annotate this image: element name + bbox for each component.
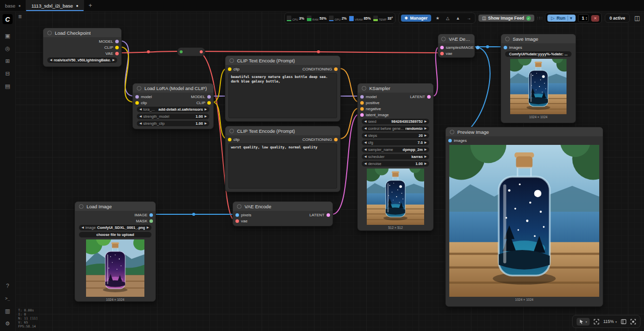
- node-canvas[interactable]: Load Checkpoint MODEL CLIP VAE ◀ realvis…: [0, 0, 644, 331]
- focus-node-icon[interactable]: [630, 319, 636, 324]
- tool-chevron-icon[interactable]: ▾: [586, 320, 587, 323]
- collapse-icon[interactable]: [137, 86, 141, 91]
- batch-count-input[interactable]: 1 ▴ ▾: [578, 14, 589, 22]
- scheduler-widget[interactable]: ◀ scheduler karras ▶: [362, 154, 429, 159]
- input-negative[interactable]: negative: [360, 107, 381, 111]
- choose-file-button[interactable]: choose file to upload: [79, 232, 151, 237]
- output-conditioning[interactable]: CONDITIONING: [302, 137, 338, 142]
- prompt-textarea[interactable]: worst quality, low quality, normal quali…: [228, 143, 337, 189]
- output-conditioning[interactable]: CONDITIONING: [302, 67, 338, 71]
- node-header[interactable]: Preview Image: [446, 127, 603, 136]
- prompt-textarea[interactable]: beautiful scenery nature glass bottle de…: [228, 73, 337, 118]
- seed-widget[interactable]: ◀ seed 984264301589752 ▶: [362, 119, 429, 124]
- model-port[interactable]: [115, 40, 119, 43]
- strength-model-widget[interactable]: ◀ strength_model 1.00 ▶: [137, 114, 209, 119]
- workflows-icon[interactable]: ▣: [3, 32, 12, 39]
- output-latent[interactable]: LATENT: [309, 213, 330, 217]
- help-icon[interactable]: ?: [3, 282, 12, 289]
- reroute-node[interactable]: [177, 47, 205, 56]
- share-arrow-icon[interactable]: →: [464, 15, 473, 21]
- node-clip-text-encode-positive[interactable]: CLIP Text Encode (Prompt) clip CONDITION…: [225, 55, 341, 122]
- output-clip[interactable]: CLIP: [104, 45, 119, 50]
- image-file-combo[interactable]: ◀ image ComfyUI_SDXL_0001_.png ▶: [79, 225, 151, 230]
- collapse-icon[interactable]: [229, 58, 234, 63]
- input-samples[interactable]: samples: [440, 45, 461, 50]
- tab-base[interactable]: base ●: [0, 0, 26, 11]
- comfyui-logo[interactable]: C: [3, 14, 13, 24]
- vae-port[interactable]: [115, 52, 119, 55]
- input-pixels[interactable]: pixels: [235, 213, 251, 217]
- show-image-feed-button[interactable]: ◫ Show Image Feed ✓: [478, 15, 534, 22]
- pin-icon[interactable]: △: [444, 15, 452, 21]
- input-vae[interactable]: vae: [440, 51, 452, 56]
- collapse-icon[interactable]: [450, 130, 454, 134]
- active-jobs-badge[interactable]: 0 active: [605, 14, 629, 23]
- collapse-icon[interactable]: [505, 37, 510, 41]
- node-load-image[interactable]: Load Image IMAGE MASK ◀ image ComfyUI_SD…: [74, 201, 156, 302]
- output-latent[interactable]: LATENT: [410, 95, 431, 99]
- fit-view-icon[interactable]: [594, 319, 599, 324]
- node-vae-decode[interactable]: VAE Deco... samples IMAGE vae: [438, 34, 475, 58]
- terminal-icon[interactable]: >_: [3, 295, 12, 302]
- node-clip-text-encode-negative[interactable]: CLIP Text Encode (Prompt) clip CONDITION…: [225, 126, 341, 192]
- cfg-widget[interactable]: ◀ cfg 7.0 ▶: [362, 140, 429, 145]
- output-model[interactable]: MODEL: [191, 95, 211, 99]
- input-clip[interactable]: clip: [228, 67, 239, 71]
- manager-button[interactable]: ✱ Manager: [401, 15, 431, 22]
- count-down-icon[interactable]: ▾: [586, 18, 587, 20]
- collapse-icon[interactable]: [441, 37, 446, 41]
- tab-1113-sdxl-i2i-base[interactable]: 1113_sdxl_i2i_base ●: [26, 0, 84, 11]
- control-after-generate-widget[interactable]: ◀ control before gene... randomize ▶: [362, 126, 429, 131]
- node-save-image[interactable]: Save Image images ComfyUI/%date:yyyy%-%d…: [501, 34, 576, 123]
- node-header[interactable]: CLIP Text Encode (Prompt): [225, 56, 340, 65]
- cancel-run-button[interactable]: ✕: [591, 15, 600, 22]
- node-header[interactable]: VAE Encode: [233, 202, 333, 211]
- reroute-input-port[interactable]: [180, 50, 183, 53]
- filename-prefix-widget[interactable]: ComfyUI/%date:yyyy%-%date: ...: [505, 51, 572, 57]
- run-options-chevron-icon[interactable]: ▾: [570, 16, 573, 21]
- node-header[interactable]: Load Image: [75, 202, 155, 211]
- clip-port[interactable]: [115, 46, 119, 49]
- input-positive[interactable]: positive: [360, 101, 379, 105]
- node-ksampler[interactable]: KSampler model LATENT positive negative …: [357, 83, 434, 231]
- input-images[interactable]: images: [504, 45, 522, 50]
- feed-enabled-indicator[interactable]: ✓: [526, 16, 531, 21]
- node-header[interactable]: Save Image: [501, 34, 576, 43]
- model-library-icon[interactable]: ⊟: [3, 70, 12, 77]
- collapse-icon[interactable]: [237, 204, 242, 209]
- queue-icon[interactable]: ▤: [3, 82, 12, 90]
- input-clip[interactable]: clip: [228, 137, 239, 142]
- minimap-toggle-icon[interactable]: [621, 319, 626, 324]
- bookmark-icon[interactable]: ▲: [454, 15, 462, 21]
- node-vae-encode[interactable]: VAE Encode pixels LATENT vae: [232, 201, 333, 226]
- combo-right-arrow-icon[interactable]: ▶: [112, 58, 115, 61]
- output-model[interactable]: MODEL: [99, 39, 119, 44]
- pointer-tool-button[interactable]: ▾: [577, 318, 590, 325]
- node-load-checkpoint[interactable]: Load Checkpoint MODEL CLIP VAE ◀ realvis…: [43, 28, 122, 67]
- input-images[interactable]: images: [448, 138, 467, 143]
- new-tab-button[interactable]: +: [84, 0, 97, 11]
- node-load-lora[interactable]: Load LoRA (Model and CLIP) model MODEL c…: [132, 83, 214, 129]
- output-clip[interactable]: CLIP: [196, 101, 211, 105]
- output-image[interactable]: IMAGE: [461, 45, 479, 50]
- input-clip[interactable]: clip: [135, 101, 147, 105]
- output-mask[interactable]: MASK: [136, 219, 153, 223]
- input-model[interactable]: model: [135, 95, 152, 99]
- output-vae[interactable]: VAE: [106, 51, 119, 56]
- sampler-name-widget[interactable]: ◀ sampler_name dpmpp_2m ▶: [362, 147, 429, 152]
- toolbar-drag-handle[interactable]: ∷∷: [537, 16, 542, 21]
- node-header[interactable]: KSampler: [358, 84, 433, 93]
- logs-icon[interactable]: ▥: [3, 307, 12, 314]
- output-image[interactable]: IMAGE: [134, 213, 153, 217]
- zoom-level-dropdown[interactable]: 115% ▾: [603, 319, 617, 324]
- lora-name-combo[interactable]: ◀ lora_... add-detail-xl.safetensors ▶: [137, 107, 209, 112]
- node-preview-image[interactable]: Preview Image images 1024 × 1024: [445, 127, 603, 307]
- node-header[interactable]: CLIP Text Encode (Prompt): [225, 126, 340, 135]
- node-header[interactable]: Load LoRA (Model and CLIP): [133, 84, 213, 93]
- run-button[interactable]: ▷ Run ▾: [547, 15, 576, 22]
- collapse-icon[interactable]: [79, 204, 84, 209]
- reroute-output-port[interactable]: [200, 50, 203, 53]
- denoise-widget[interactable]: ◀ denoise 1.00 ▶: [362, 161, 429, 167]
- input-vae[interactable]: vae: [235, 219, 248, 223]
- strength-clip-widget[interactable]: ◀ strength_clip 1.00 ▶: [137, 121, 209, 126]
